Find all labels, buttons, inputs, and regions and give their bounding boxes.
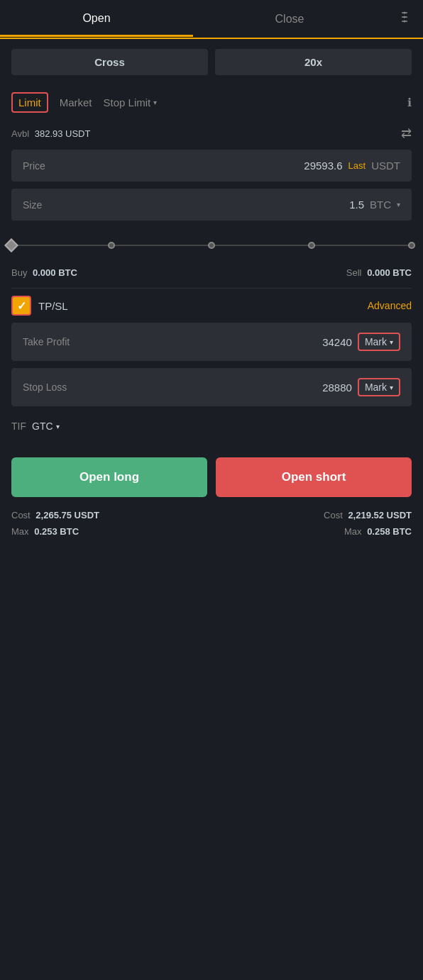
order-type-market[interactable]: Market	[60, 96, 92, 108]
stop-loss-field[interactable]: Stop Loss 28880 Mark ▾	[11, 368, 412, 406]
take-profit-mark-dropdown[interactable]: Mark ▾	[358, 333, 400, 351]
tpsl-left: ✓ TP/SL	[11, 296, 68, 316]
short-max-value: 0.258 BTC	[367, 526, 412, 537]
long-max-value: 0.253 BTC	[34, 526, 79, 537]
slider-dot-75[interactable]	[308, 242, 315, 249]
take-profit-field[interactable]: Take Profit 34240 Mark ▾	[11, 323, 412, 361]
tpsl-row: ✓ TP/SL Advanced	[0, 289, 423, 323]
size-dropdown-icon[interactable]: ▾	[397, 201, 400, 208]
tif-value: GTC	[32, 421, 53, 432]
long-cost-value: 2,265.75 USDT	[35, 510, 99, 520]
available-balance-row: Avbl 382.93 USDT ⇄	[0, 120, 423, 150]
action-buttons: Open long Open short	[0, 446, 423, 506]
size-field[interactable]: Size 1.5 BTC ▾	[11, 189, 412, 221]
stop-loss-right: 28880 Mark ▾	[322, 378, 400, 396]
slider-container	[0, 228, 423, 263]
settings-icon[interactable]	[386, 0, 423, 38]
tab-close[interactable]: Close	[193, 3, 386, 35]
last-label: Last	[348, 160, 366, 171]
tif-arrow-icon: ▾	[56, 423, 60, 430]
price-currency: USDT	[371, 160, 400, 172]
stop-loss-value: 28880	[322, 382, 352, 394]
size-label: Size	[23, 199, 42, 211]
short-cost: Cost 2,219.52 USDT	[324, 510, 412, 520]
order-type-row: Limit Market Stop Limit ▾ ℹ	[0, 85, 423, 120]
short-cost-value: 2,219.52 USDT	[348, 510, 412, 520]
slider-dot-100[interactable]	[408, 242, 415, 249]
max-row: Max 0.253 BTC Max 0.258 BTC	[0, 523, 423, 548]
long-cost: Cost 2,265.75 USDT	[11, 510, 99, 520]
size-value: 1.5	[349, 199, 364, 211]
stop-limit-arrow-icon: ▾	[153, 99, 157, 106]
tpsl-checkbox[interactable]: ✓	[11, 296, 31, 316]
trading-panel: Open Close Cross 20x Limit Market Stop L…	[0, 0, 423, 548]
price-value-area: 29593.6 Last USDT	[304, 160, 400, 172]
slider-track[interactable]	[11, 245, 412, 246]
stop-loss-label: Stop Loss	[23, 382, 67, 393]
slider-dot-50[interactable]	[208, 242, 215, 249]
size-value-area: 1.5 BTC ▾	[349, 199, 400, 211]
slider-thumb[interactable]	[4, 238, 18, 252]
cost-row: Cost 2,265.75 USDT Cost 2,219.52 USDT	[0, 506, 423, 523]
order-type-limit[interactable]: Limit	[11, 92, 48, 113]
open-long-button[interactable]: Open long	[11, 457, 207, 497]
tif-row: TIF GTC ▾	[0, 413, 423, 446]
slider-dot-25[interactable]	[108, 242, 115, 249]
buy-sell-row: Buy 0.000 BTC Sell 0.000 BTC	[0, 263, 423, 288]
stop-loss-mark-dropdown[interactable]: Mark ▾	[358, 378, 400, 396]
top-tabs: Open Close	[0, 0, 423, 39]
tpsl-label: TP/SL	[38, 300, 68, 312]
order-type-stop-limit[interactable]: Stop Limit ▾	[104, 96, 158, 108]
open-short-button[interactable]: Open short	[216, 457, 412, 497]
avbl-label: Avbl 382.93 USDT	[11, 128, 90, 139]
take-profit-label: Take Profit	[23, 336, 70, 347]
price-value: 29593.6	[304, 160, 342, 172]
tif-dropdown[interactable]: GTC ▾	[32, 421, 60, 432]
leverage-button[interactable]: 20x	[215, 49, 412, 75]
short-max: Max 0.258 BTC	[344, 526, 412, 537]
sell-value: 0.000 BTC	[367, 267, 412, 278]
info-icon[interactable]: ℹ	[407, 96, 412, 109]
price-field[interactable]: Price 29593.6 Last USDT	[11, 150, 412, 182]
take-profit-value: 34240	[322, 336, 352, 348]
advanced-link[interactable]: Advanced	[368, 300, 412, 311]
margin-type-button[interactable]: Cross	[11, 49, 208, 75]
check-icon: ✓	[17, 299, 26, 313]
margin-row: Cross 20x	[0, 39, 423, 85]
tif-label: TIF	[11, 421, 26, 432]
sell-label: Sell 0.000 BTC	[346, 267, 412, 278]
size-currency: BTC	[370, 199, 391, 211]
take-profit-right: 34240 Mark ▾	[322, 333, 400, 351]
tab-open[interactable]: Open	[0, 2, 193, 37]
long-max: Max 0.253 BTC	[11, 526, 79, 537]
buy-label: Buy 0.000 BTC	[11, 267, 77, 278]
stop-loss-arrow-icon: ▾	[390, 384, 393, 391]
avbl-value: 382.93 USDT	[35, 128, 91, 139]
buy-value: 0.000 BTC	[33, 267, 77, 278]
transfer-icon[interactable]: ⇄	[401, 126, 412, 141]
take-profit-arrow-icon: ▾	[390, 338, 393, 346]
price-label: Price	[23, 160, 45, 172]
